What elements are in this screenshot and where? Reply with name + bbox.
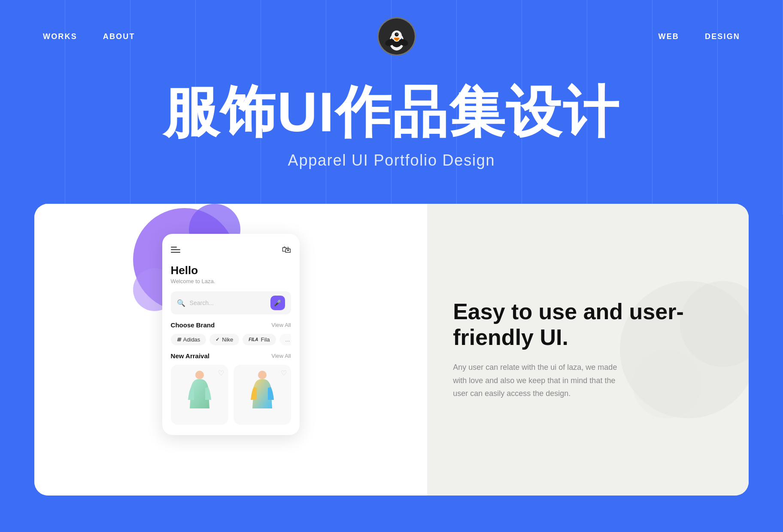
new-arrivals-view-all[interactable]: View All [271, 353, 291, 359]
new-arrivals-title: New Arraival [171, 352, 209, 360]
product-image-2 [239, 370, 286, 413]
heart-icon-2[interactable]: ♡ [281, 369, 287, 377]
brands-title: Choose Brand [171, 321, 215, 329]
brands-section-header: Choose Brand View All [171, 321, 291, 329]
showcase-card: 🛍 Hello Welcome to Laza. 🔍 Search... 🎤 C… [34, 204, 749, 496]
nav-right: WEB DESIGN [659, 32, 740, 41]
showcase-description: Any user can relate with the ui of laza,… [453, 361, 625, 400]
adidas-label: Adidas [183, 336, 200, 343]
svg-point-13 [258, 371, 267, 379]
dot-decoration [26, 450, 30, 455]
nav-web[interactable]: WEB [659, 32, 679, 41]
phone-mockup: 🛍 Hello Welcome to Laza. 🔍 Search... 🎤 C… [162, 234, 300, 435]
fila-logo: FILA [249, 337, 258, 342]
more-brand-label: ... [285, 336, 290, 343]
nike-logo: ✓ [215, 337, 219, 342]
brands-row: ⊞ Adidas ✓ Nike FILA Fila ... [171, 334, 291, 345]
avatar[interactable] [377, 17, 416, 56]
brand-fila[interactable]: FILA Fila [243, 334, 276, 345]
phone-header: 🛍 [171, 244, 291, 255]
phone-greeting: Hello Welcome to Laza. [171, 264, 291, 284]
adidas-logo: ⊞ [177, 337, 181, 342]
nav-about[interactable]: ABOUT [103, 32, 135, 41]
greeting-subtitle: Welcome to Laza. [171, 278, 291, 284]
showcase-left: 🛍 Hello Welcome to Laza. 🔍 Search... 🎤 C… [34, 204, 427, 496]
search-bar[interactable]: 🔍 Search... 🎤 [171, 291, 291, 314]
svg-point-12 [195, 371, 204, 379]
brand-adidas[interactable]: ⊞ Adidas [171, 334, 206, 345]
search-placeholder-text: Search... [190, 299, 266, 306]
showcase-content: Easy to use and user-friendly UI. Any us… [453, 299, 723, 400]
nav-left: WORKS ABOUT [43, 32, 135, 41]
mic-button[interactable]: 🎤 [270, 296, 285, 310]
product-image-1 [176, 370, 223, 413]
nike-label: Nike [222, 336, 233, 343]
brands-view-all[interactable]: View All [271, 322, 291, 328]
bag-icon[interactable]: 🛍 [282, 244, 291, 255]
brand-nike[interactable]: ✓ Nike [209, 334, 239, 345]
heart-icon-1[interactable]: ♡ [218, 369, 224, 377]
showcase-right: Easy to use and user-friendly UI. Any us… [427, 204, 749, 496]
new-arrivals-section-header: New Arraival View All [171, 352, 291, 360]
nav-design[interactable]: DESIGN [705, 32, 740, 41]
nav-works[interactable]: WORKS [43, 32, 77, 41]
navigation: WORKS ABOUT WEB DESIGN [0, 0, 783, 64]
hero-title-chinese: 服饰UI作品集设计 [43, 82, 740, 143]
product-card-1[interactable]: ♡ [171, 365, 228, 425]
hero-section: 服饰UI作品集设计 Apparel UI Portfolio Design [0, 64, 783, 204]
search-icon: 🔍 [177, 299, 185, 307]
product-card-2[interactable]: ♡ [234, 365, 291, 425]
hamburger-icon[interactable] [171, 247, 180, 253]
svg-point-5 [395, 33, 398, 36]
greeting-title: Hello [171, 264, 291, 277]
brand-more[interactable]: ... [279, 334, 291, 345]
showcase-title: Easy to use and user-friendly UI. [453, 299, 723, 351]
fila-label: Fila [261, 336, 270, 343]
svg-point-6 [397, 33, 398, 34]
products-row: ♡ [171, 365, 291, 425]
hero-title-english: Apparel UI Portfolio Design [43, 151, 740, 169]
